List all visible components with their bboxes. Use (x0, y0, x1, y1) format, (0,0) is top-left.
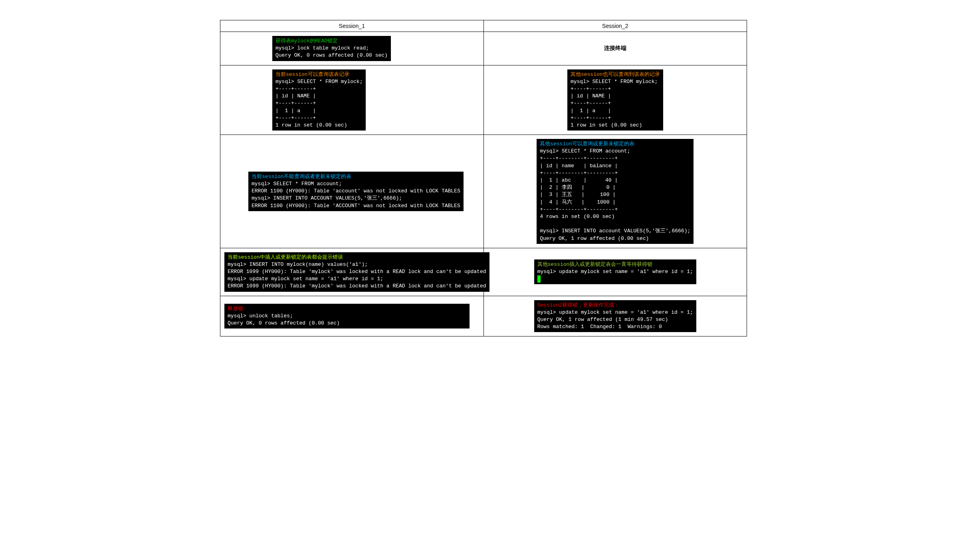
terminal-body: mysql> SELECT * FROM account; ERROR 1100… (252, 181, 460, 209)
table-row: 当前session中插入或更新锁定的表都会提示错误 mysql> INSERT … (220, 248, 747, 296)
cursor-icon (537, 275, 541, 283)
table-row: 获得表mylock的READ锁定 mysql> lock table myloc… (220, 32, 747, 65)
terminal-title: Session2获得锁，更新操作完成： (537, 302, 619, 308)
terminal-body: mysql> SELECT * FROM mylock; +----+-----… (275, 79, 363, 128)
terminal-title: 其他session插入或更新锁定表会一直等待获得锁 (537, 261, 653, 267)
terminal-block: 当前session可以查询该表记录 mysql> SELECT * FROM m… (272, 69, 366, 131)
plain-text: 连接终端 (488, 45, 743, 52)
header-session-1: Session_1 (220, 20, 484, 32)
terminal-title: 其他session可以查询或更新未锁定的表 (540, 141, 634, 147)
terminal-block: 获得表mylock的READ锁定 mysql> lock table myloc… (272, 36, 391, 61)
terminal-body: mysql> unlock tables; Query OK, 0 rows a… (228, 313, 340, 326)
table-row: 当前session不能查询或者更新未锁定的表 mysql> SELECT * F… (220, 135, 747, 248)
terminal-body: mysql> update mylock set name = 'a1' whe… (537, 309, 693, 330)
terminal-title: 释放锁 (228, 306, 243, 312)
terminal-block: 其他session插入或更新锁定表会一直等待获得锁 mysql> update … (534, 259, 696, 285)
terminal-title: 其他session也可以查询到该表的记录 (571, 71, 660, 77)
terminal-block: 其他session也可以查询到该表的记录 mysql> SELECT * FRO… (567, 69, 663, 131)
terminal-block: 当前session不能查询或者更新未锁定的表 mysql> SELECT * F… (248, 172, 464, 211)
terminal-block: 当前session中插入或更新锁定的表都会提示错误 mysql> INSERT … (224, 252, 489, 292)
terminal-body: mysql> SELECT * FROM account; +----+----… (540, 148, 690, 241)
terminal-title: 当前session可以查询该表记录 (275, 71, 349, 77)
terminal-title: 获得表mylock的READ锁定 (275, 38, 338, 44)
terminal-block: Session2获得锁，更新操作完成： mysql> update mylock… (534, 300, 696, 332)
terminal-body: mysql> SELECT * FROM mylock; +----+-----… (571, 79, 658, 128)
terminal-body: mysql> update mylock set name = 'a1' whe… (537, 269, 693, 275)
table-row: 当前session可以查询该表记录 mysql> SELECT * FROM m… (220, 65, 747, 135)
terminal-block: 其他session可以查询或更新未锁定的表 mysql> SELECT * FR… (537, 139, 694, 244)
terminal-title: 当前session中插入或更新锁定的表都会提示错误 (228, 254, 343, 260)
session-comparison-table: Session_1 Session_2 获得表mylock的READ锁定 mys… (220, 20, 747, 336)
terminal-body: mysql> lock table mylock read; Query OK,… (275, 45, 388, 58)
header-session-2: Session_2 (484, 20, 747, 32)
terminal-body: mysql> INSERT INTO mylock(name) values('… (228, 261, 486, 289)
table-row: 释放锁 mysql> unlock tables; Query OK, 0 ro… (220, 296, 747, 336)
terminal-title: 当前session不能查询或者更新未锁定的表 (252, 174, 351, 180)
terminal-block: 释放锁 mysql> unlock tables; Query OK, 0 ro… (224, 304, 470, 329)
